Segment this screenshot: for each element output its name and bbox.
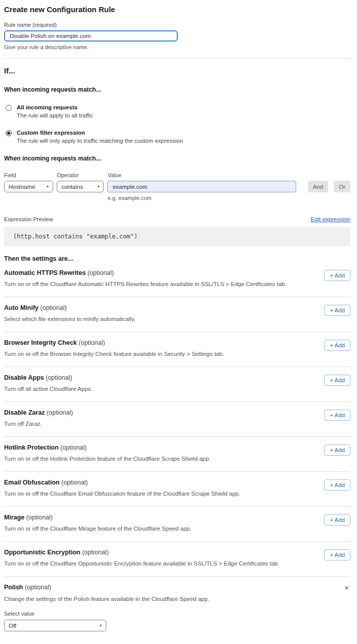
add-button-opportunistic-encryption[interactable]: + Add: [324, 549, 350, 560]
setting-description: Turn on or off the Cloudflare Automatic …: [4, 281, 287, 287]
setting-row-mirage: Mirage (optional) Turn on or off the Clo…: [4, 507, 350, 542]
value-help: e.g. example.com: [107, 195, 296, 201]
add-button-disable-zaraz[interactable]: + Add: [324, 410, 350, 421]
setting-title: Opportunistic Encryption (optional): [4, 549, 280, 556]
optional-tag: (optional): [25, 584, 51, 591]
expression-builder-heading: When incoming requests match...: [4, 155, 350, 162]
setting-title: Hotlink Protection (optional): [4, 444, 211, 451]
expression-preview-header: Expression Preview Edit expression: [4, 216, 350, 222]
setting-row-browser-integrity-check: Browser Integrity Check (optional) Turn …: [4, 332, 350, 367]
rule-name-section: Rule name (required) Give your rule a de…: [4, 22, 350, 50]
expression-preview-label: Expression Preview: [4, 216, 53, 222]
setting-description: Turn off Zaraz.: [4, 421, 73, 427]
polish-value-select[interactable]: Off ▾: [4, 620, 106, 631]
setting-title: Browser Integrity Check (optional): [4, 339, 224, 346]
field-select[interactable]: Hostname ▾: [4, 181, 53, 192]
incoming-requests-match-heading: When incoming requests match...: [4, 86, 350, 93]
setting-description: Turn on or off the Hotlink Protection fe…: [4, 456, 211, 462]
close-icon[interactable]: ×: [343, 584, 350, 591]
radio-dot: [7, 106, 10, 109]
setting-description: Turn on or off the Cloudflare Opportunis…: [4, 560, 280, 567]
and-button[interactable]: And: [308, 181, 328, 192]
optional-tag: (optional): [60, 444, 87, 451]
value-input[interactable]: [107, 181, 296, 192]
setting-title: Polish (optional): [4, 584, 51, 591]
setting-description: Turn on or off the Cloudflare Email Obfu…: [4, 491, 241, 497]
add-button-mirage[interactable]: + Add: [324, 514, 350, 526]
add-button-auto-minify[interactable]: + Add: [324, 305, 350, 316]
setting-description: Change the settings of the Polish featur…: [4, 596, 350, 602]
optional-tag: (optional): [47, 409, 73, 416]
then-settings-heading: Then the settings are...: [4, 255, 350, 262]
chevron-down-icon: ▾: [97, 184, 99, 189]
radio-all-incoming-label: All incoming requests: [17, 104, 93, 110]
operator-label: Operator: [57, 172, 104, 178]
add-button-email-obfuscation[interactable]: + Add: [324, 479, 350, 491]
rule-name-label: Rule name (required): [4, 22, 350, 28]
setting-description: Turn on or off the Cloudflare Mirage fea…: [4, 526, 191, 532]
create-configuration-rule-page: Create new Configuration Rule Rule name …: [0, 0, 357, 638]
add-button-browser-integrity-check[interactable]: + Add: [324, 340, 350, 351]
setting-row-polish: Polish (optional) × Change the settings …: [4, 577, 350, 631]
setting-description: Select which file extensions to minify a…: [4, 316, 135, 322]
setting-row-disable-zaraz: Disable Zaraz (optional) Turn off Zaraz.…: [4, 402, 350, 437]
optional-tag: (optional): [88, 269, 114, 276]
setting-description: Turn off all active Cloudflare Apps.: [4, 386, 93, 392]
expression-preview-code: (http.host contains "example.com"): [4, 227, 350, 246]
optional-tag: (optional): [46, 374, 72, 381]
setting-row-disable-apps: Disable Apps (optional) Turn off all act…: [4, 367, 350, 402]
optional-tag: (optional): [61, 479, 88, 486]
rule-name-input[interactable]: [4, 30, 178, 42]
add-button-hotlink-protection[interactable]: + Add: [324, 445, 350, 456]
chevron-down-icon: ▾: [100, 623, 102, 628]
optional-tag: (optional): [82, 549, 108, 556]
add-button-automatic-https-rewrites[interactable]: + Add: [324, 270, 350, 281]
page-title: Create new Configuration Rule: [4, 5, 350, 14]
field-select-value: Hostname: [9, 184, 35, 190]
optional-tag: (optional): [26, 514, 53, 521]
if-heading: If...: [4, 66, 350, 75]
radio-custom-filter[interactable]: [6, 130, 12, 136]
radio-all-incoming-desc: The rule will apply to all traffic: [17, 112, 93, 118]
radio-option-custom-filter[interactable]: Custom filter expression The rule will o…: [4, 130, 350, 144]
radio-custom-filter-label: Custom filter expression: [17, 130, 183, 136]
setting-row-opportunistic-encryption: Opportunistic Encryption (optional) Turn…: [4, 542, 350, 577]
operator-select-value: contains: [61, 184, 83, 190]
rule-name-help: Give your rule a descriptive name.: [4, 44, 350, 50]
section-divider: [4, 58, 350, 59]
add-button-disable-apps[interactable]: + Add: [324, 375, 350, 386]
setting-title: Automatic HTTPS Rewrites (optional): [4, 269, 287, 276]
setting-row-auto-minify: Auto Minify (optional) Select which file…: [4, 297, 350, 332]
setting-row-hotlink-protection: Hotlink Protection (optional) Turn on or…: [4, 437, 350, 472]
setting-title: Auto Minify (optional): [4, 304, 135, 311]
select-value-label: Select value: [4, 611, 350, 617]
radio-option-all-incoming[interactable]: All incoming requests The rule will appl…: [4, 104, 350, 118]
radio-dot: [7, 132, 10, 135]
field-label: Field: [4, 172, 53, 178]
polish-select-value: Off: [9, 623, 16, 629]
optional-tag: (optional): [78, 339, 105, 346]
setting-row-email-obfuscation: Email Obfuscation (optional) Turn on or …: [4, 472, 350, 507]
operator-select[interactable]: contains ▾: [57, 181, 104, 192]
setting-title: Disable Zaraz (optional): [4, 409, 73, 416]
expression-builder-row: Field Hostname ▾ Operator contains ▾ Val…: [4, 172, 350, 201]
setting-row-automatic-https-rewrites: Automatic HTTPS Rewrites (optional) Turn…: [4, 262, 350, 297]
radio-custom-filter-desc: The rule will only apply to traffic matc…: [17, 138, 183, 144]
setting-title: Email Obfuscation (optional): [4, 479, 241, 486]
radio-all-incoming[interactable]: [6, 105, 12, 111]
edit-expression-link[interactable]: Edit expression: [310, 216, 350, 222]
setting-title: Mirage (optional): [4, 514, 191, 521]
setting-title: Disable Apps (optional): [4, 374, 93, 381]
value-label: Value: [107, 172, 296, 178]
optional-tag: (optional): [41, 304, 67, 311]
setting-description: Turn on or off the Browser Integrity Che…: [4, 351, 224, 357]
chevron-down-icon: ▾: [47, 184, 49, 189]
or-button[interactable]: Or: [334, 181, 350, 192]
